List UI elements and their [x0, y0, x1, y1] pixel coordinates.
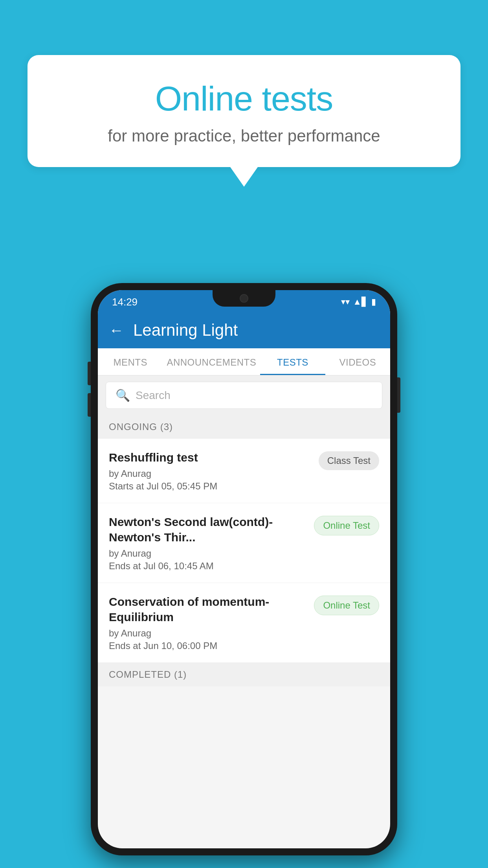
speech-bubble-arrow — [230, 167, 258, 187]
back-button[interactable]: ← — [109, 322, 124, 339]
speech-bubble-container: Online tests for more practice, better p… — [28, 55, 460, 187]
badge-online-test-newtons: Online Test — [314, 516, 379, 535]
status-time: 14:29 — [112, 296, 138, 308]
ongoing-section-header: ONGOING (3) — [98, 415, 390, 439]
online-tests-title: Online tests — [55, 79, 433, 119]
tab-videos[interactable]: VIDEOS — [325, 348, 390, 375]
tab-announcements[interactable]: ANNOUNCEMENTS — [163, 348, 260, 375]
test-date-reshuffling: Starts at Jul 05, 05:45 PM — [109, 481, 312, 492]
search-icon: 🔍 — [116, 388, 130, 402]
test-name-newtons: Newton's Second law(contd)-Newton's Thir… — [109, 514, 308, 545]
test-item-reshuffling[interactable]: Reshuffling test by Anurag Starts at Jul… — [98, 439, 390, 503]
completed-label: COMPLETED (1) — [109, 669, 187, 680]
volume-up-button[interactable] — [88, 362, 91, 385]
volume-down-button[interactable] — [88, 393, 91, 417]
wifi-icon: ▾▾ — [341, 297, 350, 307]
test-by-reshuffling: by Anurag — [109, 468, 312, 479]
test-item-conservation[interactable]: Conservation of momentum-Equilibrium by … — [98, 583, 390, 663]
ongoing-label: ONGOING (3) — [109, 421, 173, 432]
tabs-container: MENTS ANNOUNCEMENTS TESTS VIDEOS — [98, 348, 390, 375]
speech-bubble: Online tests for more practice, better p… — [28, 55, 460, 167]
tab-ments[interactable]: MENTS — [98, 348, 163, 375]
badge-class-test-reshuffling: Class Test — [319, 451, 379, 470]
power-button[interactable] — [397, 377, 400, 413]
battery-icon: ▮ — [371, 297, 376, 307]
phone-camera — [240, 294, 248, 303]
test-by-newtons: by Anurag — [109, 548, 308, 559]
test-date-newtons: Ends at Jul 06, 10:45 AM — [109, 561, 308, 572]
phone-notch — [213, 290, 275, 307]
test-item-newtons[interactable]: Newton's Second law(contd)-Newton's Thir… — [98, 503, 390, 583]
completed-section-header: COMPLETED (1) — [98, 663, 390, 686]
phone-frame: 14:29 ▾▾ ▲▋ ▮ ← Learning Light MENTS ANN… — [91, 283, 397, 855]
signal-icon: ▲▋ — [353, 297, 368, 307]
search-container: 🔍 Search — [98, 375, 390, 415]
test-info-reshuffling: Reshuffling test by Anurag Starts at Jul… — [109, 450, 319, 492]
online-tests-subtitle: for more practice, better performance — [55, 127, 433, 145]
phone-container: 14:29 ▾▾ ▲▋ ▮ ← Learning Light MENTS ANN… — [91, 283, 397, 855]
search-placeholder-text: Search — [136, 389, 171, 402]
app-header: ← Learning Light — [98, 314, 390, 348]
app-title: Learning Light — [133, 321, 238, 340]
search-input-wrapper[interactable]: 🔍 Search — [106, 382, 382, 409]
test-date-conservation: Ends at Jun 10, 06:00 PM — [109, 640, 308, 651]
test-info-newtons: Newton's Second law(contd)-Newton's Thir… — [109, 514, 314, 572]
test-info-conservation: Conservation of momentum-Equilibrium by … — [109, 594, 314, 651]
test-by-conservation: by Anurag — [109, 628, 308, 639]
badge-online-test-conservation: Online Test — [314, 596, 379, 615]
phone-screen: 14:29 ▾▾ ▲▋ ▮ ← Learning Light MENTS ANN… — [98, 290, 390, 848]
status-icons: ▾▾ ▲▋ ▮ — [341, 297, 376, 307]
test-name-reshuffling: Reshuffling test — [109, 450, 312, 465]
tab-tests[interactable]: TESTS — [260, 348, 325, 375]
test-name-conservation: Conservation of momentum-Equilibrium — [109, 594, 308, 625]
